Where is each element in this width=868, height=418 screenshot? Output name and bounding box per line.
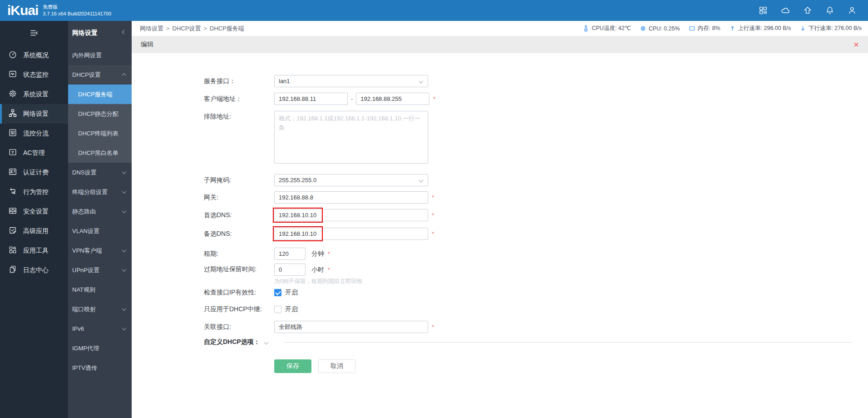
- tools-icon: [8, 245, 17, 256]
- chevron-down-icon: [122, 248, 127, 252]
- check-ip-checkbox[interactable]: [274, 289, 281, 296]
- field-label: 首选DNS:: [204, 211, 274, 219]
- collapse-submenu-icon[interactable]: [122, 30, 127, 34]
- relay-only-checkbox[interactable]: [274, 306, 281, 313]
- cpu-usage-status: CPU: 0.25%: [640, 25, 680, 32]
- client-range-end-input[interactable]: [356, 93, 429, 105]
- system-status-bar: CPU温度: 42℃ CPU: 0.25% 内存: 8% 上行速率: 296.0…: [582, 25, 862, 32]
- topbar: iKuai 免费版 3.7.16 x64 Build202411141700: [0, 0, 868, 21]
- arrow-up-home-icon[interactable]: [803, 5, 813, 15]
- expire-keep-input[interactable]: [274, 264, 306, 276]
- sidebar-item-label: 流控分流: [23, 129, 49, 138]
- chevron-down-icon: [122, 326, 127, 330]
- field-label: 服务接口：: [204, 77, 274, 85]
- submenu-item-iptv[interactable]: IPTV透传: [68, 358, 132, 378]
- submenu-group-static-route[interactable]: 静态路由: [68, 202, 132, 221]
- submenu-title: 网络设置: [72, 29, 98, 37]
- memory-icon: [689, 25, 695, 32]
- sidebar-item-security-settings[interactable]: 安全设置: [0, 202, 68, 221]
- divider-line: [283, 342, 853, 343]
- field-label: 租期:: [204, 250, 274, 258]
- cloud-icon[interactable]: [780, 5, 790, 15]
- form-actions: 保存 取消: [274, 359, 868, 373]
- bind-interface-input[interactable]: [274, 321, 428, 333]
- submenu-group-ipv6[interactable]: IPv6: [68, 319, 132, 338]
- submenu-item-vlan[interactable]: VLAN设置: [68, 221, 132, 241]
- main-content: 网络设置>DHCP设置>DHCP服务端 CPU温度: 42℃ CPU: 0.25…: [132, 21, 868, 418]
- sidebar-item-log-center[interactable]: 日志中心: [0, 260, 68, 280]
- topbar-icons: [758, 5, 857, 15]
- save-button[interactable]: 保存: [274, 359, 311, 373]
- sidebar-item-status-monitor[interactable]: 状态监控: [0, 65, 68, 85]
- submenu-group-terminal-group[interactable]: 终端分组设置: [68, 182, 132, 202]
- collapse-menu-icon[interactable]: [0, 21, 68, 45]
- sidebar-item-system-overview[interactable]: 系统概况: [0, 45, 68, 65]
- user-icon[interactable]: [847, 5, 857, 15]
- field-label: 检查接口IP有效性:: [204, 289, 274, 297]
- sidebar-item-label: 网络设置: [23, 110, 49, 118]
- bind-interface-row: 关联接口: *: [204, 321, 868, 333]
- chevron-down-icon: [122, 267, 127, 272]
- submenu-group-dns[interactable]: DNS设置: [68, 163, 132, 182]
- lease-row: 租期: 分钟 *: [204, 248, 868, 260]
- service-interface-select[interactable]: lan1: [274, 75, 428, 87]
- lease-input[interactable]: [274, 248, 306, 260]
- submenu-item-dhcp-blackwhite[interactable]: DHCP黑白名单: [68, 143, 132, 163]
- sidebar-item-label: 日志中心: [23, 266, 49, 274]
- chevron-down-icon: [419, 178, 424, 183]
- submenu-item-dhcp-server[interactable]: DHCP服务端: [68, 85, 132, 104]
- secondary-dns-input[interactable]: [274, 228, 428, 240]
- required-asterisk: *: [433, 95, 435, 102]
- submenu-group-upnp[interactable]: UPnP设置: [68, 260, 132, 280]
- sidebar-item-network-settings[interactable]: 网络设置: [0, 104, 68, 124]
- gear-icon: [8, 89, 17, 100]
- chevron-down-icon[interactable]: [264, 340, 268, 344]
- breadcrumb-status-bar: 网络设置>DHCP设置>DHCP服务端 CPU温度: 42℃ CPU: 0.25…: [132, 21, 868, 36]
- client-range-row: 客户端地址： - *: [204, 93, 868, 105]
- field-label: 只应用于DHCP中继:: [204, 305, 274, 314]
- submenu-item-dhcp-static[interactable]: DHCP静态分配: [68, 104, 132, 124]
- sidebar-item-system-settings[interactable]: 系统设置: [0, 85, 68, 104]
- gateway-input[interactable]: [274, 191, 428, 204]
- sidebar-item-ac-management[interactable]: AC管理: [0, 143, 68, 163]
- sidebar-item-label: 状态监控: [23, 71, 49, 79]
- dhcp-edit-form: 服务接口： lan1 客户端地址： - * 排除地址: 子网掩码:: [132, 53, 868, 373]
- close-icon[interactable]: ×: [853, 40, 859, 49]
- sidebar-item-app-tools[interactable]: 应用工具: [0, 241, 68, 260]
- submenu-item-dhcp-clients[interactable]: DHCP终端列表: [68, 124, 132, 143]
- memory-status: 内存: 8%: [689, 25, 720, 32]
- gateway-row: 网关: *: [204, 191, 868, 204]
- sidebar-item-advanced-apps[interactable]: 高级应用: [0, 221, 68, 241]
- sidebar-item-behavior-control[interactable]: 行为管控: [0, 182, 68, 202]
- field-label: 客户端地址：: [204, 95, 274, 103]
- netmask-select[interactable]: 255.255.255.0: [274, 174, 428, 186]
- primary-dns-row: 首选DNS: *: [204, 209, 868, 221]
- field-label: 过期地址保留时间:: [204, 264, 274, 274]
- submenu-group-vpn-client[interactable]: VPN客户端: [68, 241, 132, 260]
- brick-wall-icon: [8, 206, 17, 217]
- required-asterisk: *: [432, 212, 434, 219]
- swap-arrows-icon: [8, 187, 17, 198]
- sidebar-item-auth-billing[interactable]: 认证计费: [0, 163, 68, 182]
- exclude-address-textarea[interactable]: [274, 111, 428, 164]
- thermometer-icon: [582, 25, 589, 32]
- sidebar-item-label: 高级应用: [23, 227, 49, 235]
- field-label: 排除地址:: [204, 111, 274, 121]
- submenu-item-nat-rules[interactable]: NAT规则: [68, 280, 132, 299]
- sidebar-item-label: 系统概况: [23, 51, 49, 60]
- submenu-group-dhcp[interactable]: DHCP设置: [68, 65, 132, 85]
- client-range-start-input[interactable]: [274, 93, 348, 105]
- required-asterisk: *: [328, 266, 330, 273]
- logs-icon: [8, 265, 17, 276]
- cancel-button[interactable]: 取消: [318, 359, 355, 373]
- bell-icon[interactable]: [825, 5, 835, 15]
- submenu-item-igmp-proxy[interactable]: IGMP代理: [68, 338, 132, 358]
- checkbox-label: 开启: [285, 289, 298, 297]
- custom-options-label: 自定义DHCP选项：: [204, 338, 260, 346]
- primary-dns-input[interactable]: [274, 209, 428, 221]
- apps-icon[interactable]: [758, 5, 768, 15]
- submenu-header: 网络设置: [68, 21, 132, 45]
- submenu-item-wan-lan[interactable]: 内外网设置: [68, 45, 132, 65]
- submenu-group-port-mapping[interactable]: 端口映射: [68, 299, 132, 319]
- sidebar-item-flow-control[interactable]: 流控分流: [0, 124, 68, 143]
